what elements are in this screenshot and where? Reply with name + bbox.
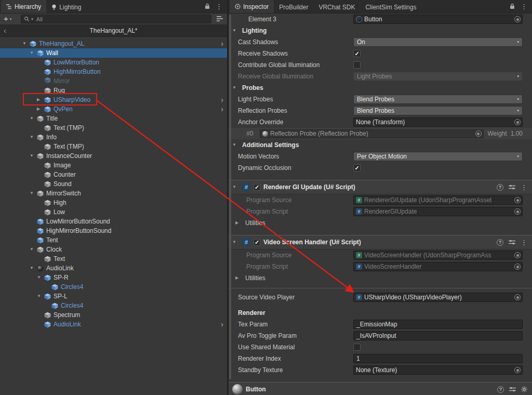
foldout-expanded-icon[interactable]: ▼: [30, 191, 36, 195]
foldout-collapsed-icon[interactable]: ▶: [37, 98, 44, 102]
panel-divider[interactable]: [227, 0, 229, 395]
tree-item-audiolink[interactable]: ▼AudioLink: [0, 264, 227, 273]
kebab-menu-icon[interactable]: ⋮: [521, 184, 527, 191]
foldout-expanded-icon[interactable]: ▼: [30, 247, 36, 252]
object-field[interactable]: Button: [353, 15, 523, 24]
checkbox[interactable]: ✓: [353, 164, 361, 172]
tree-item-clock[interactable]: ▼Clock: [0, 245, 227, 254]
foldout-expanded-icon[interactable]: ▼: [30, 116, 36, 121]
inspector-scrollbar[interactable]: [229, 15, 231, 379]
foldout-expanded-icon[interactable]: ▼: [22, 42, 29, 46]
object-picker-icon[interactable]: [514, 197, 521, 203]
object-field[interactable]: #USharpVideo (USharpVideoPlayer): [353, 293, 523, 302]
tree-item-spectrum[interactable]: Spectrum: [0, 310, 227, 320]
checkbox[interactable]: [353, 61, 361, 69]
sub-foldout-utilities[interactable]: ▶Utilities: [229, 272, 532, 284]
object-picker-icon[interactable]: [514, 264, 521, 270]
object-picker-icon[interactable]: [514, 294, 521, 300]
sub-foldout-utilities[interactable]: ▶Utilities: [229, 217, 532, 229]
tree-item-usharpvideo[interactable]: ▶USharpVideo›: [0, 95, 227, 104]
tree-item-image[interactable]: Image: [0, 161, 227, 170]
object-field[interactable]: #RendererGIUpdate (UdonSharpProgramAsset: [353, 195, 523, 205]
foldout-collapsed-icon[interactable]: ▶: [37, 107, 44, 111]
tree-item-highmirrorbutton[interactable]: HighMirrorButton: [0, 67, 227, 76]
tree-item-title[interactable]: ▼Title: [0, 114, 227, 123]
object-field[interactable]: #VideoScreenHandler: [353, 262, 523, 271]
object-field[interactable]: #VideoScreenHandler (UdonSharpProgramAss: [353, 251, 523, 260]
object-picker-icon[interactable]: [514, 16, 521, 22]
checkbox[interactable]: [353, 344, 361, 351]
tree-item-low[interactable]: Low: [0, 207, 227, 217]
object-picker-icon[interactable]: [514, 367, 521, 373]
foldout-expanded-icon[interactable]: ▼: [30, 154, 36, 158]
help-icon[interactable]: ?: [497, 239, 503, 246]
foldout-expanded-icon[interactable]: ▼: [37, 275, 44, 280]
object-picker-icon[interactable]: [514, 119, 521, 125]
tree-item-mirror[interactable]: Mirror: [0, 76, 227, 86]
foldout-expanded-icon[interactable]: ▼: [30, 51, 36, 55]
component-header-button[interactable]: Button?: [229, 382, 532, 395]
chevron-right-icon[interactable]: ›: [221, 104, 223, 114]
component-enabled-checkbox[interactable]: ✓: [254, 184, 260, 191]
create-button[interactable]: + ▾: [4, 16, 11, 22]
object-field[interactable]: #RendererGIUpdate: [353, 207, 523, 216]
tree-item-info[interactable]: ▼Info: [0, 133, 227, 142]
sort-icon[interactable]: [217, 16, 223, 22]
object-picker-icon[interactable]: [475, 130, 482, 137]
dropdown-field[interactable]: Per Object Motion▾: [353, 152, 523, 161]
tree-item-rug[interactable]: Rug: [0, 86, 227, 95]
tree-item-audiolink[interactable]: AudioLink›: [0, 320, 227, 329]
section-foldout-probes[interactable]: ▼Probes: [229, 82, 532, 94]
tree-item-thehangout-al[interactable]: ▼TheHangout_AL›: [0, 39, 227, 48]
tree-item-tent[interactable]: Tent: [0, 235, 227, 245]
lock-icon[interactable]: [510, 3, 515, 9]
kebab-menu-icon[interactable]: ⋮: [521, 239, 527, 246]
help-icon[interactable]: ?: [497, 386, 504, 393]
search-filter-caret-icon[interactable]: ▾: [31, 17, 33, 21]
tree-item-sp-l[interactable]: ▼SP-L: [0, 292, 227, 301]
text-field[interactable]: _IsAVProInput: [353, 331, 523, 340]
tree-item-text-tmp[interactable]: Text (TMP): [0, 142, 227, 151]
tree-item-circles4[interactable]: Circles4: [0, 282, 227, 292]
dropdown-field[interactable]: Blend Probes▾: [353, 95, 523, 104]
help-icon[interactable]: ?: [497, 184, 503, 191]
section-foldout-additional-settings[interactable]: ▼Additional Settings: [229, 139, 532, 151]
tree-item-mirrorswitch[interactable]: ▼MirrorSwitch: [0, 189, 227, 198]
search-input[interactable]: ▾ All: [21, 15, 211, 23]
kebab-menu-icon[interactable]: ⋮: [521, 3, 527, 10]
preset-icon[interactable]: [509, 185, 515, 190]
tree-item-text-tmp[interactable]: Text (TMP): [0, 123, 227, 133]
tree-item-instancecounter[interactable]: ▼InstanceCounter: [0, 151, 227, 161]
tree-item-lowmirrorbuttonsound[interactable]: LowMirrorButtonSound: [0, 217, 227, 226]
dropdown-field[interactable]: On▾: [353, 37, 523, 47]
preset-icon[interactable]: [509, 240, 515, 245]
foldout-expanded-icon[interactable]: ▼: [30, 266, 36, 270]
text-field[interactable]: 1: [353, 354, 523, 363]
tree-item-qvpen[interactable]: ▶QvPen›: [0, 104, 227, 114]
tree-item-text[interactable]: Text: [0, 254, 227, 264]
chevron-right-icon[interactable]: ›: [221, 39, 223, 48]
object-field[interactable]: None (Texture): [353, 365, 523, 375]
object-picker-icon[interactable]: [514, 252, 521, 258]
checkbox[interactable]: ✓: [353, 50, 361, 57]
dropdown-field[interactable]: Light Probes▾: [353, 72, 523, 81]
chevron-left-icon[interactable]: ‹: [4, 27, 6, 34]
chevron-right-icon[interactable]: ›: [221, 95, 223, 104]
component-header-video-screen-handler-u-script[interactable]: ▼#✓Video Screen Handler (U# Script)?⋮: [229, 235, 532, 249]
gear-icon[interactable]: [521, 386, 527, 392]
foldout-expanded-icon[interactable]: ▼: [232, 185, 239, 189]
tab-inspector[interactable]: Inspector: [230, 0, 274, 13]
scene-header[interactable]: ‹ TheHangout_AL*: [0, 25, 227, 37]
tab-hierarchy[interactable]: Hierarchy: [1, 0, 46, 13]
preset-icon[interactable]: [509, 387, 516, 392]
tree-item-sound[interactable]: Sound: [0, 179, 227, 189]
dropdown-field[interactable]: Blend Probes▾: [353, 106, 523, 115]
tab-clientsim-settings[interactable]: ClientSim Settings: [360, 2, 421, 13]
text-field[interactable]: _EmissionMap: [353, 320, 523, 329]
tree-item-highmirrorbuttonsound[interactable]: HighMirrorButtonSound: [0, 226, 227, 235]
tree-item-high[interactable]: High: [0, 198, 227, 207]
chevron-right-icon[interactable]: ›: [221, 320, 223, 329]
tree-item-circles4[interactable]: Circles4: [0, 301, 227, 310]
tree-item-lowmirrorbutton[interactable]: LowMirrorButton: [0, 58, 227, 67]
object-field[interactable]: None (Transform): [353, 117, 523, 127]
